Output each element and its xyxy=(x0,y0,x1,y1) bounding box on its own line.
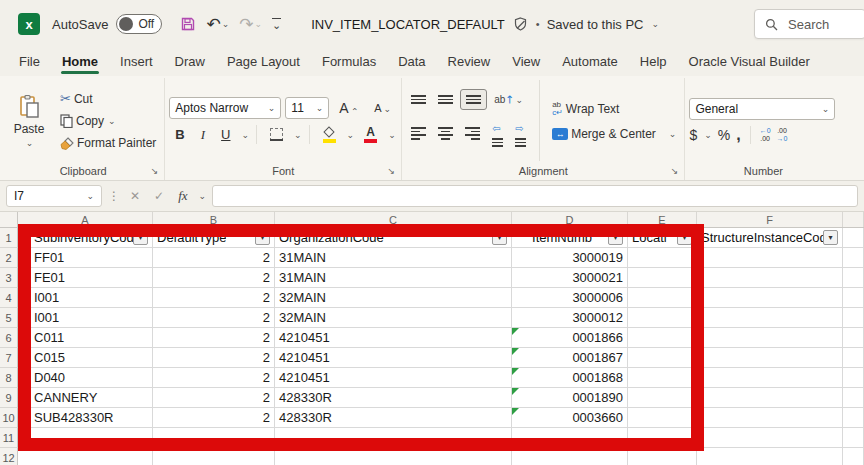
cell-itemnumber[interactable]: 0001890 xyxy=(512,388,628,408)
tab-view[interactable]: View xyxy=(501,50,551,76)
cell-itemnumber[interactable] xyxy=(512,428,628,448)
cell-defaulttype[interactable] xyxy=(153,428,275,448)
column-header-b[interactable]: B xyxy=(153,212,275,227)
saved-status-chevron-icon[interactable]: ⌄ xyxy=(651,19,659,29)
cell-defaulttype[interactable]: 2 xyxy=(153,388,275,408)
cell-organization[interactable] xyxy=(275,428,512,448)
cell-structureinstance[interactable] xyxy=(697,428,843,448)
cell-itemnumber[interactable]: 3000012 xyxy=(512,308,628,328)
fill-color-chevron-icon[interactable]: ⌄ xyxy=(347,130,355,140)
cell-empty[interactable] xyxy=(843,348,864,368)
align-left-button[interactable] xyxy=(406,122,431,144)
cell-defaulttype[interactable]: 2 xyxy=(153,308,275,328)
cell-organization[interactable]: 428330R xyxy=(275,388,512,408)
font-dialog-launcher[interactable]: ↘ xyxy=(388,166,396,176)
row-number[interactable]: 1 xyxy=(0,228,18,248)
tab-draw[interactable]: Draw xyxy=(164,50,216,76)
decrease-decimal-button[interactable]: .00→0 xyxy=(777,127,788,142)
cell-empty[interactable] xyxy=(843,268,864,288)
merge-center-button[interactable]: ↔ Merge & Center ⌄ xyxy=(548,125,680,143)
tab-automate[interactable]: Automate xyxy=(551,50,629,76)
excel-logo-icon[interactable]: x xyxy=(18,13,40,35)
cell-defaulttype[interactable]: 2 xyxy=(153,348,275,368)
cell-itemnumber[interactable]: 3000019 xyxy=(512,248,628,268)
row-number[interactable]: 6 xyxy=(0,328,18,348)
cell-itemnumber[interactable]: 0001866 xyxy=(512,328,628,348)
row-number[interactable]: 8 xyxy=(0,368,18,388)
underline-button[interactable]: U xyxy=(215,126,236,143)
cell-locator[interactable] xyxy=(628,248,697,268)
cell-defaulttype[interactable] xyxy=(153,448,275,465)
header-cell[interactable]: Locati▾ xyxy=(628,228,697,248)
cell-empty[interactable] xyxy=(843,288,864,308)
header-cell[interactable]: DefaultType▾ xyxy=(153,228,275,248)
filter-button[interactable]: ▾ xyxy=(255,230,270,245)
tab-oracle-visual-builder[interactable]: Oracle Visual Builder xyxy=(678,50,821,76)
cell-organization[interactable]: 31MAIN xyxy=(275,248,512,268)
column-header-a[interactable]: A xyxy=(18,212,153,227)
header-cell-empty[interactable] xyxy=(843,228,864,248)
cell-locator[interactable] xyxy=(628,268,697,288)
cell-empty[interactable] xyxy=(843,368,864,388)
tab-review[interactable]: Review xyxy=(437,50,502,76)
cell-empty[interactable] xyxy=(843,328,864,348)
cell-structureinstance[interactable] xyxy=(697,308,843,328)
filter-button[interactable]: ▾ xyxy=(677,230,692,245)
tab-data[interactable]: Data xyxy=(387,50,436,76)
cell-locator[interactable] xyxy=(628,328,697,348)
cell-structureinstance[interactable] xyxy=(697,268,843,288)
row-number[interactable]: 7 xyxy=(0,348,18,368)
cell-defaulttype[interactable]: 2 xyxy=(153,328,275,348)
cell-defaulttype[interactable]: 2 xyxy=(153,408,275,428)
cell-structureinstance[interactable] xyxy=(697,248,843,268)
filter-button[interactable]: ▾ xyxy=(133,230,148,245)
column-header-c[interactable]: C xyxy=(275,212,512,227)
borders-chevron-icon[interactable]: ⌄ xyxy=(294,130,302,140)
undo-button[interactable]: ↶ ⌄ xyxy=(202,13,233,36)
customize-qat-button[interactable]: ⌄ xyxy=(268,15,285,33)
insert-function-button[interactable]: fx xyxy=(174,188,191,204)
cell-itemnumber[interactable]: 0001868 xyxy=(512,368,628,388)
cell-locator[interactable] xyxy=(628,448,697,465)
orientation-button[interactable]: ab ↗ ⌄ xyxy=(489,90,528,109)
formula-input[interactable] xyxy=(212,185,858,207)
middle-align-button[interactable] xyxy=(433,90,458,109)
font-color-button[interactable]: A xyxy=(358,125,383,144)
formula-bar-grip-icon[interactable]: ⋮ xyxy=(108,189,120,203)
underline-chevron-icon[interactable]: ⌄ xyxy=(241,130,249,140)
align-center-button[interactable] xyxy=(433,122,458,144)
cell-itemnumber[interactable]: 0003660 xyxy=(512,408,628,428)
percent-button[interactable]: % xyxy=(718,127,730,143)
cell-locator[interactable] xyxy=(628,388,697,408)
tab-page-layout[interactable]: Page Layout xyxy=(216,50,311,76)
select-all-corner[interactable] xyxy=(0,212,18,227)
row-number[interactable]: 4 xyxy=(0,288,18,308)
cell-organization[interactable] xyxy=(275,448,512,465)
cell-subinventory[interactable]: I001 xyxy=(18,288,153,308)
cell-itemnumber[interactable]: 3000006 xyxy=(512,288,628,308)
font-color-chevron-icon[interactable]: ⌄ xyxy=(388,130,396,140)
cell-itemnumber[interactable] xyxy=(512,448,628,465)
row-number[interactable]: 9 xyxy=(0,388,18,408)
comma-style-button[interactable]: , xyxy=(736,126,740,144)
cell-subinventory[interactable]: C011 xyxy=(18,328,153,348)
cell-empty[interactable] xyxy=(843,448,864,465)
document-title-area[interactable]: INV_ITEM_LOCATOR_DEFAULT • Saved to this… xyxy=(311,16,659,33)
row-number[interactable]: 10 xyxy=(0,408,18,428)
cell-empty[interactable] xyxy=(843,248,864,268)
cell-organization[interactable]: 32MAIN xyxy=(275,308,512,328)
cell-empty[interactable] xyxy=(843,308,864,328)
filter-button[interactable]: ▾ xyxy=(823,230,838,245)
cell-subinventory[interactable] xyxy=(18,428,153,448)
currency-chevron-icon[interactable]: ⌄ xyxy=(704,130,712,140)
cell-locator[interactable] xyxy=(628,308,697,328)
cell-itemnumber[interactable]: 0001867 xyxy=(512,348,628,368)
cell-subinventory[interactable]: I001 xyxy=(18,308,153,328)
header-cell[interactable]: SubinventoryCode▾ xyxy=(18,228,153,248)
cell-structureinstance[interactable] xyxy=(697,448,843,465)
filter-button[interactable]: ▾ xyxy=(608,230,623,245)
tab-home[interactable]: Home xyxy=(51,50,109,76)
enter-button[interactable]: ✓ xyxy=(150,189,168,203)
autosave-toggle[interactable]: Off xyxy=(116,14,162,34)
cell-structureinstance[interactable] xyxy=(697,368,843,388)
